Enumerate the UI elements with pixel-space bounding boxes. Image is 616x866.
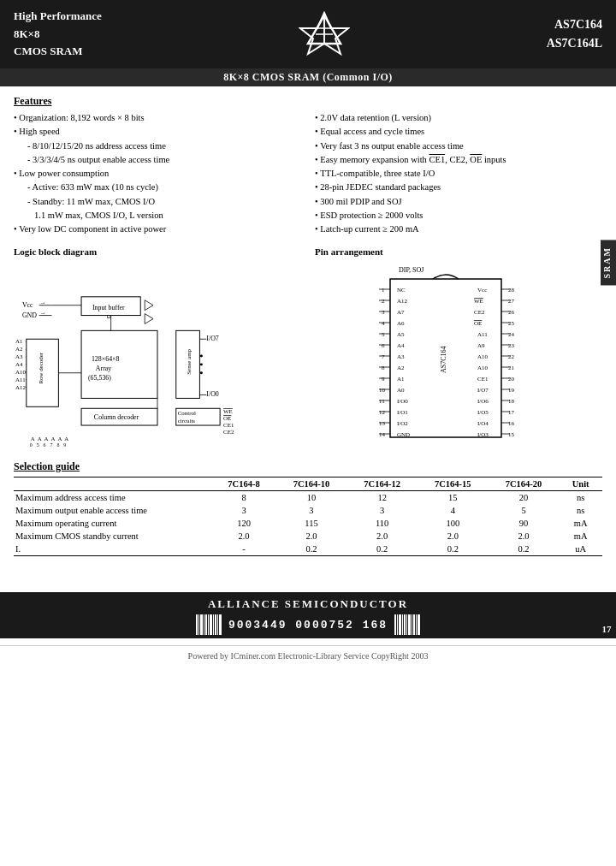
svg-text:22: 22: [508, 353, 515, 360]
table-cell-val: 5: [489, 504, 560, 517]
svg-text:I/O3: I/O3: [477, 431, 489, 438]
svg-rect-171: [397, 614, 398, 635]
svg-text:Ω: Ω: [107, 313, 111, 319]
logic-block-diagram: Logic block diagram Vcc GND → → Input bu…: [14, 246, 301, 450]
feature-item: Latch-up current ≥ 200 mA: [315, 222, 602, 236]
svg-text:A11: A11: [15, 377, 26, 383]
part-number-2: AS7C164L: [547, 34, 602, 53]
svg-rect-160: [198, 614, 199, 635]
svg-rect-179: [416, 614, 417, 635]
svg-text:A1: A1: [15, 339, 23, 345]
svg-text:GND: GND: [397, 431, 410, 438]
main-content: Features Organization: 8,192 words × 8 b…: [0, 86, 616, 575]
svg-text:20: 20: [508, 376, 515, 383]
company-logo: [299, 11, 350, 58]
svg-rect-32: [81, 331, 157, 399]
svg-rect-164: [208, 614, 209, 635]
svg-text:16: 16: [508, 420, 515, 427]
svg-rect-159: [196, 614, 198, 635]
svg-text:OE: OE: [474, 320, 482, 327]
table-col-12: 7C164-12: [346, 477, 418, 491]
barcode-area: 9003449 0000752 168: [0, 614, 616, 635]
table-col-unit: Unit: [559, 477, 602, 491]
svg-text:A12: A12: [15, 384, 26, 390]
logic-diagram-title: Logic block diagram: [14, 246, 301, 257]
pin-arrangement-area: DIP, SOJ AS7C164 NC A12 A7 A6 A5: [315, 262, 602, 450]
feature-item: Low power consumption: [14, 167, 301, 181]
header: High Performance 8K×8 CMOS SRAM AS7C164: [0, 0, 616, 68]
feature-item: Easy memory expansion with CE1, CE2, OE …: [315, 153, 602, 167]
feature-item: 28-pin JEDEC standard packages: [315, 181, 602, 194]
table-header-row: 7C164-8 7C164-10 7C164-12 7C164-15 7C164…: [14, 477, 602, 491]
header-left: High Performance 8K×8 CMOS SRAM: [14, 8, 102, 61]
feature-sub: - 3/3/3/4/5 ns output enable access time: [14, 153, 301, 167]
svg-rect-176: [408, 614, 411, 635]
svg-text:A4: A4: [15, 361, 23, 367]
table-cell-val: 2.0: [418, 530, 489, 543]
svg-text:Control: Control: [178, 411, 196, 417]
svg-rect-175: [406, 614, 407, 635]
svg-text:A2: A2: [397, 365, 405, 371]
table-cell-val: 120: [211, 517, 275, 530]
svg-text:WE: WE: [474, 298, 483, 305]
svg-text:Row decoder: Row decoder: [38, 353, 44, 384]
svg-text:→: →: [40, 300, 46, 305]
table-cell-val: 0.2: [276, 543, 347, 556]
svg-text:28: 28: [508, 287, 515, 294]
selection-guide-title: Selection guide: [14, 460, 602, 473]
svg-text:7: 7: [382, 353, 385, 360]
svg-text:Input buffer: Input buffer: [92, 304, 125, 311]
svg-text:25: 25: [508, 320, 515, 327]
table-cell-unit: mA: [559, 517, 602, 530]
table-col-label: [14, 477, 211, 491]
features-title: Features: [14, 95, 602, 108]
svg-rect-166: [213, 614, 214, 635]
svg-rect-167: [215, 614, 216, 635]
features-columns: Organization: 8,192 words × 8 bits High …: [14, 111, 602, 236]
header-product-line3: CMOS SRAM: [14, 43, 102, 61]
svg-text:A: A: [44, 436, 49, 442]
table-cell-val: 0.2: [489, 543, 560, 556]
table-cell-val: 2.0: [211, 530, 275, 543]
svg-rect-165: [210, 614, 212, 635]
svg-text:A3: A3: [15, 353, 23, 359]
svg-text:2: 2: [382, 298, 385, 305]
table-row: I. - 0.2 0.2 0.2 0.2 uA: [14, 543, 602, 556]
feature-sub: - Active: 633 mW max (10 ns cycle): [14, 181, 301, 194]
header-product-line2: 8K×8: [14, 26, 102, 44]
diagrams-section: Logic block diagram Vcc GND → → Input bu…: [14, 246, 602, 450]
svg-text:7: 7: [50, 442, 52, 448]
table-cell-val: 15: [418, 491, 489, 505]
svg-text:I/O7: I/O7: [477, 387, 489, 394]
svg-text:Array: Array: [96, 365, 111, 372]
selection-section: Selection guide 7C164-8 7C164-10 7C164-1…: [14, 460, 602, 556]
feature-item: Very low DC component in active power: [14, 222, 301, 236]
svg-text:I/O6: I/O6: [477, 398, 489, 405]
feature-sub2: 1.1 mW max, CMOS I/O, L version: [14, 209, 301, 222]
svg-text:8: 8: [56, 442, 59, 448]
svg-text:19: 19: [508, 387, 515, 394]
svg-text:10: 10: [379, 387, 386, 394]
svg-text:128×64×8: 128×64×8: [92, 355, 120, 363]
feature-sub: - 8/10/12/15/20 ns address access time: [14, 139, 301, 153]
features-col-right: 2.0V data retention (L version) Equal ac…: [315, 111, 602, 236]
svg-text:GND: GND: [22, 311, 37, 319]
svg-text:17: 17: [508, 409, 515, 416]
feature-item: TTL-compatible, three state I/O: [315, 167, 602, 181]
table-cell-val: 2.0: [489, 530, 560, 543]
svg-text:3: 3: [382, 309, 385, 316]
subtitle-bar: 8K×8 CMOS SRAM (Common I/O): [0, 68, 616, 86]
table-row: Maximum CMOS standby current 2.0 2.0 2.0…: [14, 530, 602, 543]
svg-text:Vcc: Vcc: [477, 287, 487, 294]
copyright-text: Powered by ICminer.com Electronic-Librar…: [188, 651, 429, 661]
table-cell-unit: ns: [559, 491, 602, 505]
svg-text:A0: A0: [397, 387, 405, 394]
header-product-line1: High Performance: [14, 8, 102, 26]
svg-text:8: 8: [382, 365, 385, 371]
svg-text:9: 9: [382, 376, 385, 383]
svg-text:0: 0: [30, 442, 33, 448]
svg-text:12: 12: [379, 409, 386, 416]
table-cell-val: -: [211, 543, 275, 556]
svg-text:Sense amp: Sense amp: [186, 349, 192, 375]
table-row: Maximum address access time 8 10 12 15 2…: [14, 491, 602, 505]
